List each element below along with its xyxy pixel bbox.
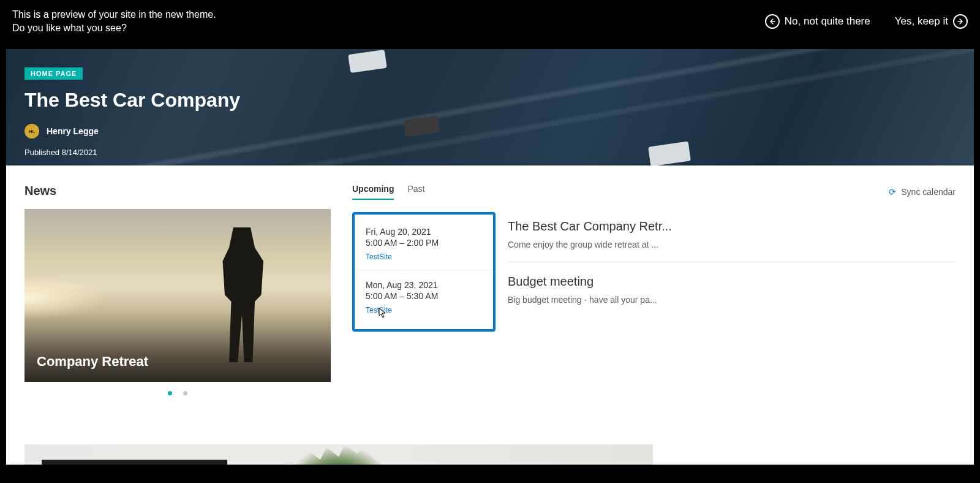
news-section: News Company Retreat — [24, 184, 331, 395]
event-item-2[interactable]: Mon, Aug 23, 2021 5:00 AM – 5:30 AM Test… — [355, 270, 493, 329]
event-date: Fri, Aug 20, 2021 — [366, 227, 482, 237]
preview-message: This is a preview of your site in the ne… — [12, 8, 216, 36]
event-item-1[interactable]: Fri, Aug 20, 2021 5:00 AM – 2:00 PM Test… — [355, 215, 493, 270]
event-detail-1[interactable]: The Best Car Company Retr... Come enjoy … — [508, 219, 956, 262]
sun-flare-graphic — [24, 276, 110, 319]
author-row: HL Henry Legge — [24, 124, 956, 139]
car-graphic — [348, 50, 387, 73]
yes-button[interactable]: Yes, keep it — [895, 14, 968, 29]
preview-line-2: Do you like what you see? — [12, 21, 216, 35]
event-desc: Come enjoy the group wide retreat at ... — [508, 240, 956, 249]
no-label: No, not quite there — [785, 15, 870, 28]
news-card-title: Company Retreat — [37, 354, 148, 370]
sync-label: Sync calendar — [901, 187, 956, 197]
event-title: Budget meeting — [508, 275, 956, 289]
event-desc: Big budget meeting - have all your pa... — [508, 295, 956, 305]
tab-past[interactable]: Past — [407, 184, 424, 200]
sync-calendar-button[interactable]: ⟳ Sync calendar — [889, 187, 956, 197]
events-header: Upcoming Past ⟳ Sync calendar — [352, 184, 956, 200]
event-date: Mon, Aug 23, 2021 — [366, 280, 482, 290]
avatar[interactable]: HL — [24, 124, 39, 139]
events-detail-list: The Best Car Company Retr... Come enjoy … — [508, 212, 956, 332]
event-tag: TestSite — [366, 306, 482, 314]
yes-label: Yes, keep it — [895, 15, 948, 28]
events-section: Upcoming Past ⟳ Sync calendar Fri, Aug 2… — [352, 184, 956, 395]
no-button[interactable]: No, not quite there — [765, 14, 870, 29]
page-title: The Best Car Company — [24, 89, 956, 112]
arrow-left-icon — [765, 14, 780, 29]
carousel-dot-2[interactable] — [183, 391, 187, 395]
carousel-dots — [24, 391, 331, 395]
plant-graphic — [277, 444, 400, 465]
events-tabs: Upcoming Past — [352, 184, 424, 200]
event-time: 5:00 AM – 5:30 AM — [366, 291, 482, 301]
expenses-banner[interactable]: Are you behind on your expenses? — [24, 444, 653, 465]
published-date: Published 8/14/2021 — [24, 148, 956, 157]
events-grid: Fri, Aug 20, 2021 5:00 AM – 2:00 PM Test… — [352, 212, 956, 332]
event-tag: TestSite — [366, 253, 482, 261]
tab-upcoming[interactable]: Upcoming — [352, 184, 394, 200]
preview-actions: No, not quite there Yes, keep it — [765, 14, 968, 29]
page-type-badge: HOME PAGE — [24, 67, 83, 80]
event-title: The Best Car Company Retr... — [508, 219, 956, 234]
event-detail-2[interactable]: Budget meeting Big budget meeting - have… — [508, 275, 956, 317]
main-content: News Company Retreat Upcoming Past ⟳ Syn… — [6, 165, 974, 414]
preview-line-1: This is a preview of your site in the ne… — [12, 8, 216, 21]
news-card[interactable]: Company Retreat — [24, 209, 331, 382]
carousel-dot-1[interactable] — [168, 391, 172, 395]
site-viewport[interactable]: HOME PAGE The Best Car Company HL Henry … — [6, 49, 974, 465]
arrow-right-icon — [953, 14, 968, 29]
hero-banner: HOME PAGE The Best Car Company HL Henry … — [6, 49, 974, 165]
preview-top-bar: This is a preview of your site in the ne… — [0, 0, 980, 43]
sync-icon: ⟳ — [889, 187, 896, 197]
events-date-list: Fri, Aug 20, 2021 5:00 AM – 2:00 PM Test… — [352, 212, 496, 332]
hiker-graphic — [221, 227, 263, 362]
news-heading: News — [24, 184, 331, 198]
expenses-label: Are you behind on your expenses? — [42, 460, 227, 465]
author-name: Henry Legge — [47, 126, 99, 136]
event-time: 5:00 AM – 2:00 PM — [366, 238, 482, 248]
